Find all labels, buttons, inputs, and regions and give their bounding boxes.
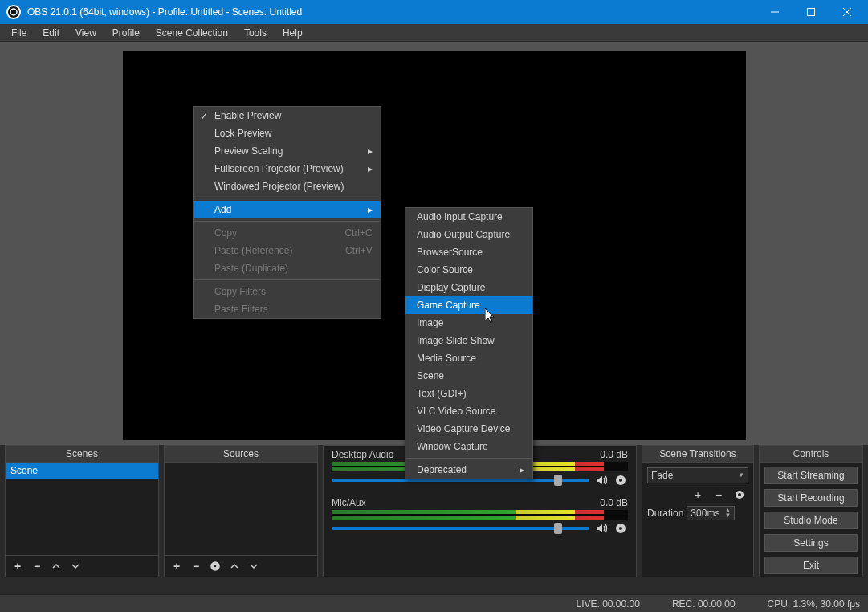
controls-header: Controls: [759, 445, 863, 462]
remove-source-button[interactable]: −: [187, 558, 205, 574]
menu-help[interactable]: Help: [275, 26, 311, 40]
add-submenu-item-image-slide-show[interactable]: Image Slide Show: [405, 332, 532, 349]
add-submenu-item-text-gdi-[interactable]: Text (GDI+): [405, 385, 532, 402]
add-submenu-item-browsersource[interactable]: BrowserSource: [405, 243, 532, 261]
svg-point-0: [10, 9, 17, 15]
mic-aux-label: Mic/Aux: [332, 497, 366, 508]
ctx-item-copy-filters: Copy Filters: [194, 283, 381, 300]
sources-header: Sources: [164, 445, 318, 462]
menubar: File Edit View Profile Scene Collection …: [0, 24, 868, 42]
add-submenu-item-image[interactable]: Image: [405, 314, 532, 332]
statusbar: LIVE: 00:00:00 REC: 00:00:00 CPU: 1.3%, …: [0, 594, 868, 612]
obs-app-icon: [6, 5, 21, 19]
close-button[interactable]: [829, 0, 865, 24]
ctx-item-preview-scaling[interactable]: Preview Scaling▸: [194, 142, 381, 160]
add-submenu-item-deprecated[interactable]: Deprecated▸: [405, 461, 532, 479]
svg-point-6: [214, 565, 217, 568]
ctx-item-paste-duplicate-: Paste (Duplicate): [194, 259, 381, 277]
minimize-button[interactable]: [756, 0, 793, 24]
scene-list-item[interactable]: Scene: [6, 463, 158, 479]
source-up-button[interactable]: [226, 558, 243, 574]
add-submenu-item-window-capture[interactable]: Window Capture: [405, 438, 532, 455]
ctx-item-add[interactable]: Add▸: [194, 201, 381, 218]
exit-button[interactable]: Exit: [764, 557, 858, 574]
add-submenu-item-audio-output-capture[interactable]: Audio Output Capture: [405, 226, 532, 243]
studio-mode-button[interactable]: Studio Mode: [764, 512, 858, 529]
menu-profile[interactable]: Profile: [104, 26, 148, 40]
ctx-item-paste-filters: Paste Filters: [194, 300, 381, 318]
mic-aux-settings-button[interactable]: [613, 521, 628, 536]
add-submenu-item-audio-input-capture[interactable]: Audio Input Capture: [405, 208, 532, 226]
ctx-item-windowed-projector-preview-[interactable]: Windowed Projector (Preview): [194, 177, 381, 195]
maximize-button[interactable]: [793, 0, 829, 24]
window-title: OBS 21.0.1 (64bit, windows) - Profile: U…: [27, 6, 756, 18]
mic-aux-slider[interactable]: [332, 527, 589, 530]
source-down-button[interactable]: [245, 558, 263, 574]
ctx-item-fullscreen-projector-preview-[interactable]: Fullscreen Projector (Preview)▸: [194, 160, 381, 177]
menu-file[interactable]: File: [3, 26, 35, 40]
start-recording-button[interactable]: Start Recording: [764, 489, 858, 507]
desktop-audio-label: Desktop Audio: [332, 449, 393, 460]
remove-scene-button[interactable]: −: [28, 558, 46, 574]
add-submenu-item-media-source[interactable]: Media Source: [405, 349, 532, 367]
menu-edit[interactable]: Edit: [35, 26, 67, 40]
add-submenu-item-scene[interactable]: Scene: [405, 367, 532, 385]
settings-button[interactable]: Settings: [764, 534, 858, 552]
add-submenu-item-vlc-video-source[interactable]: VLC Video Source: [405, 402, 532, 420]
ctx-item-paste-reference-: Paste (Reference)Ctrl+V: [194, 242, 381, 259]
chevron-down-icon: ▼: [738, 473, 744, 478]
transitions-panel: Scene Transitions Fade ▼ + − Duration 30…: [642, 445, 754, 577]
titlebar: OBS 21.0.1 (64bit, windows) - Profile: U…: [0, 0, 868, 24]
source-properties-button[interactable]: [206, 558, 224, 574]
status-rec: REC: 00:00:00: [672, 598, 736, 610]
add-transition-button[interactable]: +: [689, 487, 707, 503]
add-source-submenu: Audio Input CaptureAudio Output CaptureB…: [405, 207, 533, 479]
status-live: LIVE: 00:00:00: [576, 598, 639, 610]
duration-label: Duration: [647, 508, 683, 519]
mic-aux-mute-button[interactable]: [594, 521, 609, 536]
transition-settings-button[interactable]: [731, 487, 748, 503]
svg-rect-2: [807, 9, 814, 16]
mic-aux-meter: [332, 510, 628, 520]
mixer-mic-aux: Mic/Aux 0.0 dB: [324, 494, 636, 542]
menu-tools[interactable]: Tools: [236, 26, 275, 40]
remove-transition-button[interactable]: −: [710, 487, 727, 503]
controls-panel: Controls Start Streaming Start Recording…: [759, 445, 863, 577]
scene-up-button[interactable]: [47, 558, 65, 574]
scene-down-button[interactable]: [67, 558, 84, 574]
transition-selected-label: Fade: [651, 470, 673, 481]
add-submenu-item-display-capture[interactable]: Display Capture: [405, 279, 532, 296]
svg-point-12: [738, 493, 741, 496]
desktop-audio-level: 0.0 dB: [600, 449, 628, 460]
scenes-panel: Scenes Scene + −: [5, 445, 159, 577]
ctx-item-enable-preview[interactable]: ✓Enable Preview: [194, 107, 381, 124]
transition-select[interactable]: Fade ▼: [647, 467, 748, 483]
menu-scene-collection[interactable]: Scene Collection: [148, 26, 236, 40]
desktop-audio-settings-button[interactable]: [613, 473, 628, 488]
menu-view[interactable]: View: [67, 26, 104, 40]
mic-aux-level: 0.0 dB: [600, 497, 628, 508]
add-scene-button[interactable]: +: [9, 558, 26, 574]
preview-context-menu: ✓Enable PreviewLock PreviewPreview Scali…: [193, 106, 381, 319]
svg-point-10: [619, 527, 622, 530]
add-submenu-item-video-capture-device[interactable]: Video Capture Device: [405, 420, 532, 438]
desktop-audio-mute-button[interactable]: [594, 473, 609, 488]
transitions-header: Scene Transitions: [642, 445, 754, 462]
start-streaming-button[interactable]: Start Streaming: [764, 467, 858, 484]
add-source-button[interactable]: +: [168, 558, 185, 574]
status-cpu: CPU: 1.3%, 30.00 fps: [768, 598, 860, 610]
spinner-icon: ▲▼: [724, 508, 731, 518]
duration-input[interactable]: 300ms ▲▼: [687, 506, 735, 520]
add-submenu-item-game-capture[interactable]: Game Capture: [405, 296, 532, 314]
sources-panel: Sources + −: [164, 445, 318, 577]
svg-point-8: [619, 479, 622, 482]
scenes-header: Scenes: [5, 445, 159, 462]
ctx-item-copy: CopyCtrl+C: [194, 224, 381, 242]
ctx-item-lock-preview[interactable]: Lock Preview: [194, 124, 381, 142]
add-submenu-item-color-source[interactable]: Color Source: [405, 261, 532, 279]
